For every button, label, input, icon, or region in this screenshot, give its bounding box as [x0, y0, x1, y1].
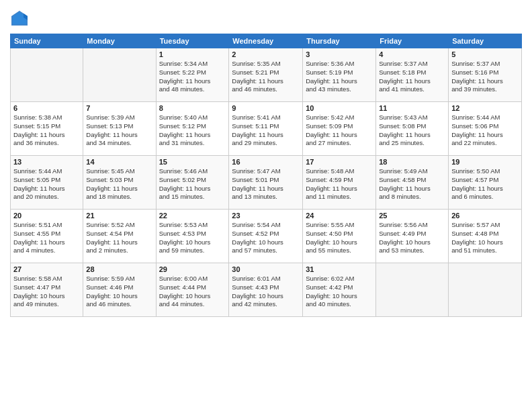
calendar-cell [376, 263, 449, 317]
day-info: Sunrise: 5:39 AM Sunset: 5:13 PM Dayligh… [86, 113, 152, 148]
day-number: 13 [13, 158, 80, 166]
day-number: 19 [451, 158, 519, 166]
col-header-monday: Monday [83, 34, 156, 48]
calendar-table: SundayMondayTuesdayWednesdayThursdayFrid… [10, 34, 522, 317]
calendar-cell [449, 263, 522, 317]
calendar-cell: 19Sunrise: 5:50 AM Sunset: 4:57 PM Dayli… [449, 156, 522, 210]
day-info: Sunrise: 5:55 AM Sunset: 4:50 PM Dayligh… [306, 221, 373, 255]
day-info: Sunrise: 5:54 AM Sunset: 4:52 PM Dayligh… [232, 221, 300, 255]
calendar-thead: SundayMondayTuesdayWednesdayThursdayFrid… [11, 34, 522, 48]
calendar-cell: 22Sunrise: 5:53 AM Sunset: 4:53 PM Dayli… [156, 210, 229, 263]
calendar-tbody: 1Sunrise: 5:34 AM Sunset: 5:22 PM Daylig… [11, 48, 522, 317]
calendar-cell: 21Sunrise: 5:52 AM Sunset: 4:54 PM Dayli… [83, 210, 156, 263]
day-number: 14 [86, 158, 152, 166]
calendar-cell: 25Sunrise: 5:56 AM Sunset: 4:49 PM Dayli… [376, 210, 449, 263]
calendar-page: SundayMondayTuesdayWednesdayThursdayFrid… [0, 0, 532, 411]
calendar-cell [83, 48, 156, 102]
day-number: 15 [159, 158, 226, 166]
day-info: Sunrise: 5:44 AM Sunset: 5:06 PM Dayligh… [451, 113, 519, 148]
calendar-cell: 1Sunrise: 5:34 AM Sunset: 5:22 PM Daylig… [156, 48, 229, 102]
calendar-cell: 8Sunrise: 5:40 AM Sunset: 5:12 PM Daylig… [156, 102, 229, 156]
col-header-tuesday: Tuesday [156, 34, 229, 48]
day-info: Sunrise: 5:56 AM Sunset: 4:49 PM Dayligh… [379, 221, 445, 255]
calendar-cell: 27Sunrise: 5:58 AM Sunset: 4:47 PM Dayli… [11, 263, 83, 317]
calendar-row-2: 13Sunrise: 5:44 AM Sunset: 5:05 PM Dayli… [11, 156, 522, 210]
day-number: 17 [306, 158, 373, 166]
calendar-cell: 2Sunrise: 5:35 AM Sunset: 5:21 PM Daylig… [229, 48, 303, 102]
day-info: Sunrise: 5:52 AM Sunset: 4:54 PM Dayligh… [86, 221, 152, 255]
calendar-cell: 17Sunrise: 5:48 AM Sunset: 4:59 PM Dayli… [303, 156, 376, 210]
calendar-cell: 29Sunrise: 6:00 AM Sunset: 4:44 PM Dayli… [156, 263, 229, 317]
calendar-cell: 23Sunrise: 5:54 AM Sunset: 4:52 PM Dayli… [229, 210, 303, 263]
calendar-cell: 14Sunrise: 5:45 AM Sunset: 5:03 PM Dayli… [83, 156, 156, 210]
calendar-row-1: 6Sunrise: 5:38 AM Sunset: 5:15 PM Daylig… [11, 102, 522, 156]
day-number: 2 [232, 50, 300, 58]
day-info: Sunrise: 6:02 AM Sunset: 4:42 PM Dayligh… [306, 275, 373, 309]
day-number: 29 [159, 265, 226, 273]
calendar-cell: 18Sunrise: 5:49 AM Sunset: 4:58 PM Dayli… [376, 156, 449, 210]
day-number: 18 [379, 158, 445, 166]
day-info: Sunrise: 5:59 AM Sunset: 4:46 PM Dayligh… [86, 275, 152, 309]
day-number: 10 [306, 104, 373, 112]
calendar-cell: 10Sunrise: 5:42 AM Sunset: 5:09 PM Dayli… [303, 102, 376, 156]
day-number: 7 [86, 104, 152, 112]
calendar-cell: 31Sunrise: 6:02 AM Sunset: 4:42 PM Dayli… [303, 263, 376, 317]
day-number: 4 [379, 50, 445, 58]
day-info: Sunrise: 5:48 AM Sunset: 4:59 PM Dayligh… [306, 167, 373, 201]
col-header-saturday: Saturday [449, 34, 522, 48]
day-number: 11 [379, 104, 445, 112]
day-info: Sunrise: 5:38 AM Sunset: 5:15 PM Dayligh… [13, 113, 80, 148]
day-number: 26 [451, 212, 519, 220]
calendar-cell: 6Sunrise: 5:38 AM Sunset: 5:15 PM Daylig… [11, 102, 83, 156]
day-number: 24 [306, 212, 373, 220]
day-number: 9 [232, 104, 300, 112]
day-info: Sunrise: 5:50 AM Sunset: 4:57 PM Dayligh… [451, 167, 519, 201]
day-info: Sunrise: 5:41 AM Sunset: 5:11 PM Dayligh… [232, 113, 300, 148]
calendar-cell: 5Sunrise: 5:37 AM Sunset: 5:16 PM Daylig… [449, 48, 522, 102]
day-info: Sunrise: 5:44 AM Sunset: 5:05 PM Dayligh… [13, 167, 80, 201]
calendar-cell: 12Sunrise: 5:44 AM Sunset: 5:06 PM Dayli… [449, 102, 522, 156]
calendar-cell: 24Sunrise: 5:55 AM Sunset: 4:50 PM Dayli… [303, 210, 376, 263]
day-number: 31 [306, 265, 373, 273]
day-info: Sunrise: 5:47 AM Sunset: 5:01 PM Dayligh… [232, 167, 300, 201]
day-number: 30 [232, 265, 300, 273]
day-number: 8 [159, 104, 226, 112]
day-info: Sunrise: 5:37 AM Sunset: 5:16 PM Dayligh… [451, 60, 519, 94]
day-info: Sunrise: 5:46 AM Sunset: 5:02 PM Dayligh… [159, 167, 226, 201]
day-info: Sunrise: 5:37 AM Sunset: 5:18 PM Dayligh… [379, 60, 445, 94]
calendar-cell: 28Sunrise: 5:59 AM Sunset: 4:46 PM Dayli… [83, 263, 156, 317]
calendar-cell: 7Sunrise: 5:39 AM Sunset: 5:13 PM Daylig… [83, 102, 156, 156]
day-number: 1 [159, 50, 226, 58]
day-number: 25 [379, 212, 445, 220]
day-number: 22 [159, 212, 226, 220]
logo-icon [10, 9, 29, 28]
day-info: Sunrise: 5:34 AM Sunset: 5:22 PM Dayligh… [159, 60, 226, 94]
calendar-cell: 11Sunrise: 5:43 AM Sunset: 5:08 PM Dayli… [376, 102, 449, 156]
day-info: Sunrise: 5:51 AM Sunset: 4:55 PM Dayligh… [13, 221, 80, 255]
calendar-cell: 13Sunrise: 5:44 AM Sunset: 5:05 PM Dayli… [11, 156, 83, 210]
calendar-cell: 16Sunrise: 5:47 AM Sunset: 5:01 PM Dayli… [229, 156, 303, 210]
calendar-row-3: 20Sunrise: 5:51 AM Sunset: 4:55 PM Dayli… [11, 210, 522, 263]
day-number: 23 [232, 212, 300, 220]
day-number: 16 [232, 158, 300, 166]
col-header-thursday: Thursday [303, 34, 376, 48]
day-number: 5 [451, 50, 519, 58]
day-info: Sunrise: 5:42 AM Sunset: 5:09 PM Dayligh… [306, 113, 373, 148]
calendar-cell: 4Sunrise: 5:37 AM Sunset: 5:18 PM Daylig… [376, 48, 449, 102]
day-number: 28 [86, 265, 152, 273]
col-header-wednesday: Wednesday [229, 34, 303, 48]
calendar-cell: 15Sunrise: 5:46 AM Sunset: 5:02 PM Dayli… [156, 156, 229, 210]
day-info: Sunrise: 6:01 AM Sunset: 4:43 PM Dayligh… [232, 275, 300, 309]
calendar-row-4: 27Sunrise: 5:58 AM Sunset: 4:47 PM Dayli… [11, 263, 522, 317]
calendar-cell: 20Sunrise: 5:51 AM Sunset: 4:55 PM Dayli… [11, 210, 83, 263]
calendar-cell: 9Sunrise: 5:41 AM Sunset: 5:11 PM Daylig… [229, 102, 303, 156]
header-row: SundayMondayTuesdayWednesdayThursdayFrid… [11, 34, 522, 48]
day-number: 3 [306, 50, 373, 58]
day-info: Sunrise: 5:40 AM Sunset: 5:12 PM Dayligh… [159, 113, 226, 148]
day-number: 21 [86, 212, 152, 220]
col-header-sunday: Sunday [11, 34, 83, 48]
day-number: 12 [451, 104, 519, 112]
calendar-cell [11, 48, 83, 102]
day-info: Sunrise: 6:00 AM Sunset: 4:44 PM Dayligh… [159, 275, 226, 309]
day-info: Sunrise: 5:58 AM Sunset: 4:47 PM Dayligh… [13, 275, 80, 309]
